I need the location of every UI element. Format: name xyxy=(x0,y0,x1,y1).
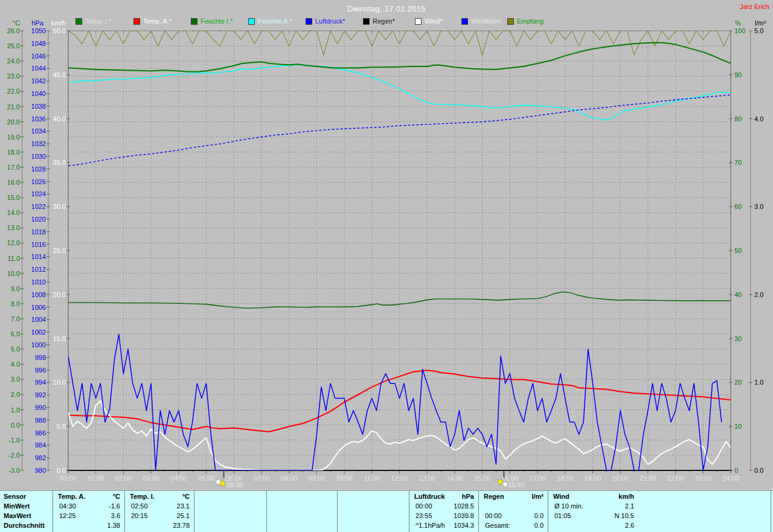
temp-i-swatch-icon xyxy=(75,18,82,25)
stats-value: 3.6 xyxy=(111,512,120,519)
svg-text:6.0: 6.0 xyxy=(11,330,20,338)
svg-text:15.0: 15.0 xyxy=(7,194,20,201)
moonset-icon xyxy=(503,482,507,486)
stats-col-header: Regen xyxy=(484,493,504,500)
svg-text:-1.0: -1.0 xyxy=(8,437,20,444)
svg-text:1002: 1002 xyxy=(31,328,46,336)
series-temp-a-line xyxy=(68,370,731,432)
stats-value: 1.38 xyxy=(107,522,120,529)
stats-time-value: 23:55 xyxy=(415,512,432,519)
legend-item-temp-a[interactable]: Temp. A.* xyxy=(133,17,172,25)
legend-item-empfang[interactable]: Empfang xyxy=(507,17,544,25)
windboeen-swatch-icon xyxy=(461,18,468,25)
stats-time-value: 01:05 xyxy=(554,512,571,519)
legend-item-temp-i[interactable]: Temp. I.* xyxy=(75,17,111,25)
svg-text:21:00: 21:00 xyxy=(640,475,656,482)
svg-text:02:00: 02:00 xyxy=(115,475,132,482)
svg-text:25.0: 25.0 xyxy=(7,42,20,50)
legend-item-regen[interactable]: Regen* xyxy=(363,17,395,25)
legend-label: Windböen xyxy=(471,18,501,25)
stats-col-header: Luftdruck xyxy=(414,493,445,500)
luftdruck-swatch-icon xyxy=(306,18,312,25)
table-divider xyxy=(337,491,338,532)
svg-text:4.0: 4.0 xyxy=(754,115,763,123)
legend-item-wind[interactable]: Wind* xyxy=(415,17,442,25)
svg-text:10.0: 10.0 xyxy=(53,379,66,386)
empfang-swatch-icon xyxy=(507,18,514,25)
svg-text:12.0: 12.0 xyxy=(7,239,20,246)
svg-text:60: 60 xyxy=(734,203,742,210)
stats-row-label: Sensor xyxy=(4,493,26,500)
svg-text:1036: 1036 xyxy=(31,115,46,123)
svg-text:18.0: 18.0 xyxy=(7,149,20,156)
svg-text:1050: 1050 xyxy=(31,27,46,34)
stats-time-value: Gesamt: xyxy=(485,522,510,529)
svg-text:18:00: 18:00 xyxy=(557,475,574,482)
svg-text:10:00: 10:00 xyxy=(336,475,353,482)
stats-time-value: 00:00 xyxy=(485,512,502,519)
svg-text:07:00: 07:00 xyxy=(253,475,270,482)
svg-text:1004: 1004 xyxy=(31,316,46,323)
axis-kmh: 0.05.010.015.020.025.030.035.040.045.050… xyxy=(53,27,70,474)
stats-value: 2.1 xyxy=(625,502,634,510)
legend-item-feuchte-a[interactable]: Feuchte A.* xyxy=(248,17,292,25)
svg-text:50.0: 50.0 xyxy=(53,27,66,34)
svg-text:3.0: 3.0 xyxy=(11,376,20,383)
stats-col-header: Wind xyxy=(553,493,569,500)
stats-row-label: MinWert xyxy=(4,502,30,510)
svg-text:-2.0: -2.0 xyxy=(8,452,20,459)
svg-text:986: 986 xyxy=(35,429,46,437)
legend-label: Feuchte I.* xyxy=(200,18,233,25)
svg-text:1000: 1000 xyxy=(31,341,46,348)
svg-text:1034: 1034 xyxy=(31,127,46,135)
legend-item-windboeen[interactable]: Windböen xyxy=(461,17,501,25)
stats-col-unit: km/h xyxy=(618,493,634,500)
svg-text:17.0: 17.0 xyxy=(7,164,20,171)
stats-col-header: Temp. I. xyxy=(130,493,155,500)
svg-text:24:00: 24:00 xyxy=(722,475,739,482)
legend-label: Luftdruck* xyxy=(315,18,345,25)
stats-time-value: 12:25 xyxy=(59,512,76,519)
legend-label: Regen* xyxy=(373,18,395,25)
legend-label: Wind* xyxy=(425,18,442,25)
svg-text:05:38: 05:38 xyxy=(226,481,243,489)
table-divider xyxy=(771,491,771,532)
axis-temp-c: -3.0-2.0-1.00.01.02.03.04.05.06.07.08.09… xyxy=(7,27,24,474)
svg-text:80: 80 xyxy=(734,115,742,123)
stats-value: 0.0 xyxy=(534,522,544,529)
svg-text:1018: 1018 xyxy=(31,228,46,236)
stats-table: SensorMinWertMaxWertDurchschnittTemp. A.… xyxy=(0,490,773,532)
table-divider xyxy=(194,491,194,532)
svg-text:11.0: 11.0 xyxy=(7,255,20,262)
stats-value: 2.6 xyxy=(625,522,634,529)
svg-text:1042: 1042 xyxy=(31,77,46,85)
stats-col-unit: l/m² xyxy=(531,493,544,500)
stats-value: 25.1 xyxy=(177,512,190,519)
svg-text:22:00: 22:00 xyxy=(667,475,684,482)
svg-text:1044: 1044 xyxy=(31,65,46,72)
svg-text:40.0: 40.0 xyxy=(53,115,66,123)
legend-item-luftdruck[interactable]: Luftdruck* xyxy=(306,17,345,25)
x-axis-labels: 00:0001:0002:0003:0004:0005:0006:0007:00… xyxy=(60,475,739,482)
svg-text:30.0: 30.0 xyxy=(53,203,66,210)
svg-text:8.0: 8.0 xyxy=(11,300,20,307)
svg-text:15:00: 15:00 xyxy=(474,475,491,482)
legend-label: Feuchte A.* xyxy=(258,18,292,25)
svg-text:01:00: 01:00 xyxy=(88,475,104,482)
feuchte-i-swatch-icon xyxy=(191,18,197,25)
svg-text:1046: 1046 xyxy=(31,53,46,60)
svg-text:1040: 1040 xyxy=(31,90,46,97)
svg-text:998: 998 xyxy=(35,354,46,361)
svg-text:4.0: 4.0 xyxy=(11,361,20,368)
svg-text:1048: 1048 xyxy=(31,40,46,47)
svg-text:04:00: 04:00 xyxy=(170,475,187,482)
stats-value: 0.0 xyxy=(534,512,544,519)
axis-lm2: 0.01.02.03.04.05.0 xyxy=(749,27,763,474)
svg-text:23:00: 23:00 xyxy=(695,475,712,482)
table-divider xyxy=(53,491,53,532)
stats-value: 1028.5 xyxy=(454,502,474,510)
svg-text:1032: 1032 xyxy=(31,140,46,147)
svg-text:5.0: 5.0 xyxy=(57,423,66,430)
svg-text:1026: 1026 xyxy=(31,178,46,185)
legend-item-feuchte-i[interactable]: Feuchte I.* xyxy=(191,17,233,25)
